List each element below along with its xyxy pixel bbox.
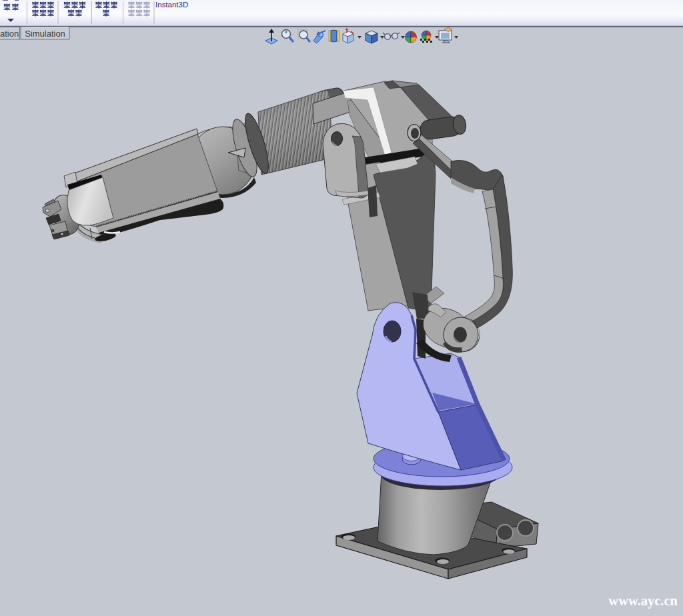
svg-text:www.ayc.cn: www.ayc.cn [608, 593, 678, 609]
svg-text:Instant3D: Instant3D [155, 1, 188, 9]
svg-text:Simulation: Simulation [25, 29, 65, 39]
svg-text:ation: ation [0, 29, 19, 39]
